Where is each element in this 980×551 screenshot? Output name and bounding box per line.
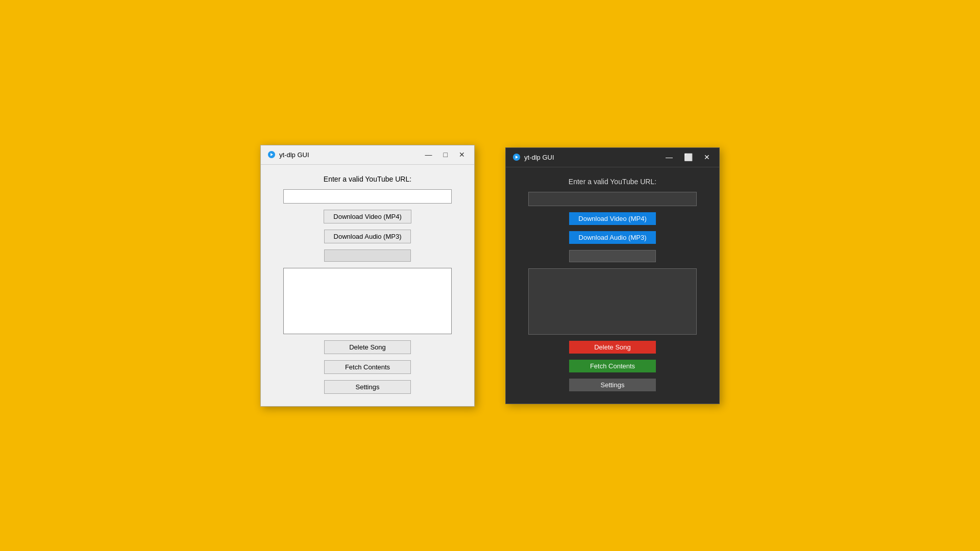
settings-button-dark[interactable]: Settings xyxy=(569,379,656,391)
url-input-dark[interactable] xyxy=(528,192,697,206)
close-button-dark[interactable]: ✕ xyxy=(701,153,713,162)
app-icon-light xyxy=(267,150,276,159)
download-audio-button-light[interactable]: Download Audio (MP3) xyxy=(324,230,411,243)
title-bar-controls-light: — □ ✕ xyxy=(422,150,468,159)
app-icon-dark xyxy=(512,153,521,162)
content-list-dark[interactable] xyxy=(528,268,697,335)
title-bar-controls-dark: — ⬜ ✕ xyxy=(663,153,713,162)
url-input-light[interactable] xyxy=(283,189,452,204)
download-video-button-light[interactable]: Download Video (MP4) xyxy=(324,210,411,223)
progress-bar-container-light xyxy=(324,249,411,262)
minimize-button-dark[interactable]: — xyxy=(663,153,676,162)
window-light: yt-dlp GUI — □ ✕ Enter a valid YouTube U… xyxy=(260,145,475,407)
download-audio-button-dark[interactable]: Download Audio (MP3) xyxy=(569,231,656,244)
maximize-button-dark[interactable]: ⬜ xyxy=(681,153,696,162)
content-list-light[interactable] xyxy=(283,268,452,334)
fetch-contents-button-light[interactable]: Fetch Contents xyxy=(324,360,411,374)
fetch-contents-button-dark[interactable]: Fetch Contents xyxy=(569,360,656,372)
close-button-light[interactable]: ✕ xyxy=(456,150,468,159)
window-title-light: yt-dlp GUI xyxy=(279,151,422,159)
delete-song-button-dark[interactable]: Delete Song xyxy=(569,341,656,354)
progress-bar-light xyxy=(324,249,411,262)
download-video-button-dark[interactable]: Download Video (MP4) xyxy=(569,212,656,225)
window-dark: yt-dlp GUI — ⬜ ✕ Enter a valid YouTube U… xyxy=(505,147,720,404)
title-bar-light: yt-dlp GUI — □ ✕ xyxy=(261,145,474,165)
minimize-button-light[interactable]: — xyxy=(422,150,435,159)
progress-bar-dark xyxy=(569,250,656,262)
window-content-light: Enter a valid YouTube URL: Download Vide… xyxy=(261,165,474,406)
maximize-button-light[interactable]: □ xyxy=(440,150,451,159)
window-title-dark: yt-dlp GUI xyxy=(524,154,663,161)
delete-song-button-light[interactable]: Delete Song xyxy=(324,340,411,354)
url-label-light: Enter a valid YouTube URL: xyxy=(324,175,411,183)
window-content-dark: Enter a valid YouTube URL: Download Vide… xyxy=(506,167,719,404)
url-label-dark: Enter a valid YouTube URL: xyxy=(569,178,656,186)
title-bar-dark: yt-dlp GUI — ⬜ ✕ xyxy=(506,148,719,167)
settings-button-light[interactable]: Settings xyxy=(324,380,411,394)
progress-bar-container-dark xyxy=(569,250,656,262)
